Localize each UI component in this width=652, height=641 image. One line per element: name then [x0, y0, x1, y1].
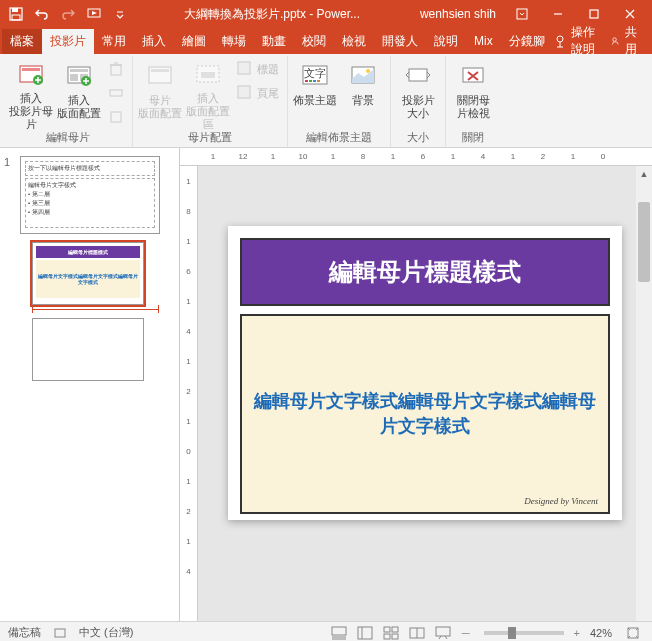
svg-rect-38 [55, 629, 65, 637]
save-button[interactable] [4, 2, 28, 26]
slide-title-placeholder[interactable]: 編輯母片標題樣式 [240, 238, 610, 306]
delete-button [104, 58, 128, 80]
themes-button[interactable]: 文字 佈景主題 [292, 58, 338, 128]
thumbnail-separator [32, 309, 159, 310]
slide-footer-text: Designed by Vincent [524, 496, 598, 506]
rename-button [104, 82, 128, 104]
svg-rect-4 [517, 9, 527, 19]
svg-rect-20 [110, 90, 122, 96]
ribbon-group-close: 關閉母 片檢視 關閉 [446, 56, 500, 147]
workspace: 1 按一下以編輯母片標題樣式 編輯母片文字樣式 • 第二層 • 第三層 • 第四… [0, 148, 652, 621]
undo-button[interactable] [30, 2, 54, 26]
svg-rect-16 [70, 74, 78, 81]
svg-rect-33 [317, 80, 320, 82]
svg-rect-2 [12, 15, 20, 20]
svg-point-7 [557, 36, 563, 42]
svg-point-35 [366, 69, 370, 73]
zoom-slider[interactable] [484, 631, 564, 635]
thumbnail-layout-1[interactable]: 編輯母片標題樣式 編輯母片文字樣式編輯母片文字樣式編輯母片文字樣式 [32, 242, 144, 305]
fit-to-window-button[interactable] [622, 623, 644, 642]
slideshow-view-button[interactable] [432, 623, 454, 642]
scroll-up-button[interactable]: ▲ [636, 166, 652, 182]
normal-view-button[interactable] [354, 623, 376, 642]
insert-layout-button[interactable]: 插入 版面配置 [56, 58, 102, 128]
scroll-thumb[interactable] [638, 202, 650, 282]
language-indicator[interactable]: 中文 (台灣) [79, 625, 133, 640]
ribbon-group-size: 投影片 大小 大小 [391, 56, 446, 147]
svg-rect-19 [111, 65, 121, 75]
user-name[interactable]: wenhsien shih [412, 7, 504, 21]
notes-toggle-button[interactable] [328, 623, 350, 642]
tab-home[interactable]: 常用 [94, 29, 134, 54]
svg-text:文字: 文字 [304, 67, 326, 79]
group-label-edit-master: 編輯母片 [46, 128, 90, 147]
insert-slide-master-button[interactable]: 插入 投影片母片 [8, 58, 54, 128]
redo-button[interactable] [56, 2, 80, 26]
insert-layout-label: 插入 版面配置 [57, 94, 101, 120]
tell-me-label[interactable]: 操作說明 [571, 24, 606, 58]
canvas-area[interactable]: 編輯母片標題樣式 編輯母片文字樣式編輯母片文字樣式編輯母片文字樣式 Design… [180, 166, 652, 621]
ribbon-group-edit-master: 插入 投影片母片 插入 版面配置 編輯母片 [4, 56, 133, 147]
quick-access-toolbar [4, 2, 132, 26]
svg-rect-36 [409, 69, 427, 81]
svg-rect-27 [238, 86, 250, 98]
svg-rect-46 [384, 634, 390, 639]
slide-body-placeholder[interactable]: 編輯母片文字樣式編輯母片文字樣式編輯母片文字樣式 Designed by Vin… [240, 314, 610, 514]
ribbon: 插入 投影片母片 插入 版面配置 編輯母片 母片 版面配置 插入 版面配置區 [0, 54, 652, 148]
tab-file[interactable]: 檔案 [2, 29, 42, 54]
slide-size-button[interactable]: 投影片 大小 [395, 58, 441, 128]
group-label-master-layout: 母片配置 [188, 128, 232, 147]
insert-placeholder-label: 插入 版面配置區 [185, 92, 231, 132]
preserve-button [104, 106, 128, 128]
ribbon-group-master-layout: 母片 版面配置 插入 版面配置區 標題 頁尾 母片配置 [133, 56, 288, 147]
svg-rect-47 [392, 634, 398, 639]
start-slideshow-button[interactable] [82, 2, 106, 26]
group-label-edit-theme: 編輯佈景主題 [306, 128, 372, 147]
thumbnail-layout-2[interactable] [32, 318, 144, 381]
tab-slide-master[interactable]: 投影片 [42, 29, 94, 54]
notes-button[interactable]: 備忘稿 [8, 625, 41, 640]
svg-rect-15 [70, 69, 88, 72]
tab-mix[interactable]: Mix [466, 30, 501, 52]
svg-rect-12 [22, 68, 40, 71]
zoom-level[interactable]: 42% [590, 627, 612, 639]
reading-view-button[interactable] [406, 623, 428, 642]
insert-slide-master-label: 插入 投影片母片 [8, 92, 54, 132]
tab-view[interactable]: 檢視 [334, 29, 374, 54]
svg-rect-31 [309, 80, 312, 82]
zoom-in-button[interactable]: + [574, 627, 580, 639]
footer-checkbox: 頁尾 [233, 82, 283, 104]
tab-review[interactable]: 校閱 [294, 29, 334, 54]
thumbnail-pane[interactable]: 1 按一下以編輯母片標題樣式 編輯母片文字樣式 • 第二層 • 第三層 • 第四… [0, 148, 180, 621]
ribbon-options-button[interactable] [504, 0, 540, 28]
tab-animations[interactable]: 動畫 [254, 29, 294, 54]
tab-help[interactable]: 說明 [426, 29, 466, 54]
background-button[interactable]: 背景 [340, 58, 386, 128]
tell-me-icon[interactable] [553, 31, 568, 51]
tab-insert[interactable]: 插入 [134, 29, 174, 54]
tab-storyboard[interactable]: 分鏡腳 [501, 29, 553, 54]
thumb-layout-body: 編輯母片文字樣式編輯母片文字樣式編輯母片文字樣式 [36, 260, 140, 298]
svg-rect-30 [305, 80, 308, 82]
slide-size-label: 投影片 大小 [402, 94, 435, 120]
svg-rect-1 [12, 8, 18, 12]
thumb-master-body: 編輯母片文字樣式 • 第二層 • 第三層 • 第四層 [25, 178, 155, 228]
tab-developer[interactable]: 開發人 [374, 29, 426, 54]
svg-point-10 [613, 38, 617, 42]
tab-transitions[interactable]: 轉場 [214, 29, 254, 54]
svg-rect-50 [436, 627, 450, 636]
group-label-size: 大小 [407, 128, 429, 147]
sorter-view-button[interactable] [380, 623, 402, 642]
tab-draw[interactable]: 繪圖 [174, 29, 214, 54]
svg-rect-25 [201, 72, 215, 78]
qat-more-button[interactable] [108, 2, 132, 26]
share-button[interactable]: 共用 [611, 24, 642, 58]
slide[interactable]: 編輯母片標題樣式 編輯母片文字樣式編輯母片文字樣式編輯母片文字樣式 Design… [228, 226, 622, 520]
spellcheck-icon[interactable] [53, 626, 67, 640]
vertical-scrollbar[interactable]: ▲ [636, 166, 652, 621]
thumbnail-master[interactable]: 1 按一下以編輯母片標題樣式 編輯母片文字樣式 • 第二層 • 第三層 • 第四… [4, 156, 175, 234]
insert-placeholder-button: 插入 版面配置區 [185, 58, 231, 128]
close-master-view-button[interactable]: 關閉母 片檢視 [450, 58, 496, 128]
background-label: 背景 [352, 94, 374, 107]
svg-rect-42 [358, 627, 372, 639]
